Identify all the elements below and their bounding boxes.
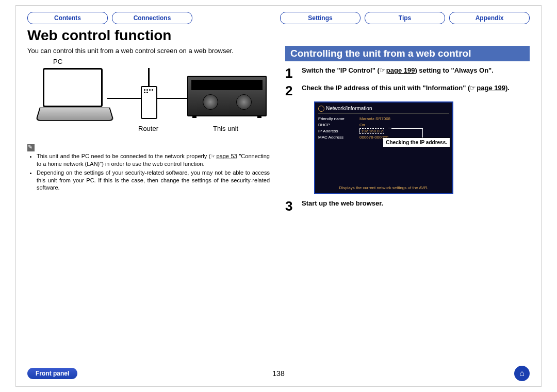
tab-connections[interactable]: Connections (112, 12, 192, 24)
page-title: Web control function (27, 27, 530, 44)
note-icon (27, 144, 35, 151)
note-2: Depending on the settings of your securi… (37, 169, 270, 192)
osd-screenshot: Network/Information Friendly nameMarantz… (314, 101, 453, 194)
ip-callout: Checking the IP address. (383, 138, 450, 147)
nav-tabs: Contents Connections Settings Tips Appen… (27, 12, 530, 24)
link-page199-b[interactable]: page 199 (477, 84, 505, 92)
page-number: 138 (272, 369, 284, 378)
avr-unit-icon (187, 76, 267, 116)
router-icon (141, 68, 156, 125)
tab-tips[interactable]: Tips (365, 12, 445, 24)
globe-icon (318, 106, 324, 112)
step-1: 1 Switch the "IP Control" (page 199) set… (285, 66, 530, 80)
tab-appendix[interactable]: Appendix (449, 12, 530, 24)
label-unit: This unit (213, 125, 238, 132)
tab-playback-blank (196, 12, 276, 23)
link-page53[interactable]: page 53 (216, 153, 237, 159)
osd-caption: Displays the current network settings of… (315, 185, 452, 190)
note-block: This unit and the PC need to be connecte… (27, 144, 270, 192)
laptop-icon (38, 68, 110, 125)
note-1: This unit and the PC need to be connecte… (37, 152, 270, 168)
tab-settings[interactable]: Settings (280, 12, 361, 24)
ip-highlight: 192.168.0.2 (359, 128, 384, 134)
link-page199-a[interactable]: page 199 (386, 66, 415, 74)
home-button[interactable]: ⌂ (514, 366, 530, 381)
section-heading: Controlling the unit from a web control (285, 46, 530, 61)
label-router: Router (138, 125, 158, 132)
intro-text: You can control this unit from a web con… (27, 47, 270, 55)
label-pc: PC (53, 58, 62, 65)
tab-contents[interactable]: Contents (27, 12, 108, 24)
front-panel-button[interactable]: Front panel (27, 368, 77, 379)
connection-diagram: PC Router This unit (27, 58, 265, 140)
home-icon: ⌂ (519, 369, 525, 378)
step-3: 3 Start up the web browser. (285, 199, 530, 213)
step-2: 2 Check the IP address of this unit with… (285, 84, 530, 97)
